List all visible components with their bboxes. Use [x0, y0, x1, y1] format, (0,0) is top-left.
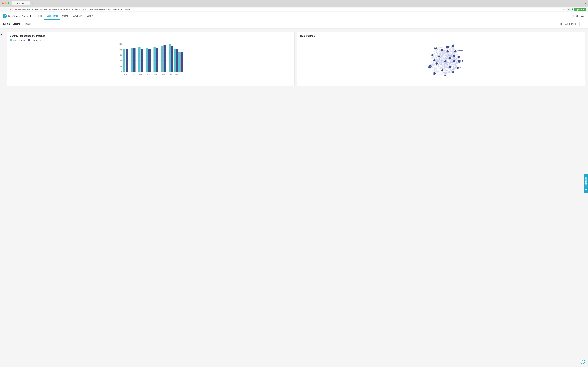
svg-point-310: [457, 67, 459, 69]
browser-titlebar: ⬡ NBA Stats ✕ + ∨: [0, 0, 588, 7]
maximize-dot[interactable]: [8, 2, 9, 4]
tabs-chevron-icon[interactable]: ∨: [585, 2, 586, 4]
svg-text:2014: 2014: [146, 74, 150, 75]
browser-chrome: ⬡ NBA Stats ✕ + ∨ ‹ › ↺ 🔖 ea4875dd.us2a.…: [0, 0, 588, 367]
more-options-button[interactable]: ···: [579, 22, 585, 26]
close-dot[interactable]: [2, 2, 4, 4]
svg-text:Nuggets: Nuggets: [431, 72, 437, 74]
sql-lab-label: SQL Lab: [73, 15, 81, 17]
settings-button[interactable]: Settings ▾: [576, 15, 586, 17]
dashboard-content: ◀ Monthly Highest Scoring Matches ⋮ MAX(…: [0, 28, 588, 367]
bar-away-mar: [161, 46, 163, 72]
address-text: ea4875dd.us2a.app.preset.io/superset/das…: [18, 8, 560, 10]
network-chart-card: Team Pairings ⋮: [297, 32, 585, 86]
bar-home-2014: [148, 49, 151, 72]
refresh-button[interactable]: ↺: [8, 8, 11, 11]
legend-home: MAX(PTS_home): [28, 39, 44, 41]
network-svg: Jazz Trail Blazers Thunder Rockets: [300, 39, 582, 83]
forward-button[interactable]: ›: [5, 8, 7, 11]
svg-text:Knicks: Knicks: [448, 49, 453, 51]
legend-home-label: MAX(PTS_home): [30, 39, 44, 41]
add-button[interactable]: + ▾: [571, 15, 575, 17]
bar-away-2014: [146, 48, 148, 72]
browser-actions: 🧩 👤 Update ▼: [568, 8, 586, 11]
nav-charts[interactable]: Charts: [60, 12, 70, 20]
header-right: + ▾ Settings ▾: [571, 15, 586, 17]
warning-icon: ⚠: [563, 8, 565, 10]
bar-away-dec: [138, 47, 141, 72]
draft-badge: Draft: [25, 23, 31, 25]
bar-home-jun: [181, 52, 183, 72]
extensions-icon[interactable]: 🧩: [568, 8, 570, 10]
documentation-tab[interactable]: Documentation: [584, 174, 588, 193]
active-tab[interactable]: ⬡ NBA Stats ✕: [12, 1, 30, 5]
svg-text:Nov: Nov: [132, 74, 135, 75]
svg-text:Suns: Suns: [443, 48, 446, 50]
bar-away-feb: [153, 47, 156, 72]
svg-text:60: 60: [120, 60, 122, 62]
bar-home-oct: [126, 49, 128, 72]
network-chart-more-button[interactable]: ⋮: [580, 34, 582, 37]
svg-text:Bucks: Bucks: [459, 66, 463, 68]
bar-chart-header: Monthly Highest Scoring Matches ⋮: [10, 34, 292, 37]
back-button[interactable]: ‹: [2, 8, 4, 11]
svg-text:0: 0: [121, 71, 122, 73]
svg-text:Grizzlies: Grizzlies: [447, 65, 453, 67]
svg-text:May: May: [175, 74, 178, 75]
title-actions: EDIT DASHBOARD ···: [557, 22, 585, 26]
svg-text:120: 120: [119, 49, 122, 50]
app-header: P Srini Teaches Superset Home Dashboards…: [0, 12, 588, 20]
bar-home-mar: [164, 45, 166, 72]
svg-text:90: 90: [120, 54, 122, 56]
dashboard-titlebar: NBA Stats ☆ Draft EDIT DASHBOARD ···: [0, 20, 588, 28]
svg-text:Cavaliers: Cavaliers: [443, 59, 450, 61]
bar-chart-more-button[interactable]: ⋮: [290, 34, 292, 37]
tab-title: NBA Stats: [17, 2, 25, 4]
nav-sql-lab[interactable]: SQL Lab ▾: [70, 12, 85, 20]
update-chevron-icon: ▼: [583, 8, 585, 10]
sql-lab-chevron-icon: ▾: [81, 15, 82, 17]
legend-home-color: [28, 39, 30, 41]
svg-text:Hornets: Hornets: [431, 58, 436, 60]
network-nodes: Jazz Trail Blazers Thunder Rockets: [426, 44, 467, 76]
svg-text:Oct: Oct: [124, 74, 127, 75]
address-bar[interactable]: 🔖 ea4875dd.us2a.app.preset.io/superset/d…: [13, 8, 567, 11]
shield-icon: 🛡: [560, 8, 562, 10]
profile-icon[interactable]: 👤: [571, 8, 573, 10]
tab-close-icon[interactable]: ✕: [27, 2, 28, 4]
nav-data[interactable]: Data ▾: [85, 12, 95, 20]
svg-text:Jun: Jun: [180, 74, 183, 75]
network-chart-title: Team Pairings: [300, 35, 315, 37]
data-chevron-icon: ▾: [92, 15, 93, 17]
network-chart-header: Team Pairings ⋮: [300, 34, 582, 37]
minimize-dot[interactable]: [5, 2, 7, 4]
window-controls: [2, 2, 9, 4]
svg-text:Rockets: Rockets: [432, 46, 438, 48]
nav-dashboards[interactable]: Dashboards: [44, 12, 60, 20]
svg-text:150: 150: [119, 43, 122, 45]
bar-chart-svg: 0 30 60 90 120 150: [10, 42, 292, 77]
svg-text:Feb: Feb: [154, 74, 157, 75]
help-button[interactable]: ?: [580, 359, 585, 364]
new-tab-button[interactable]: +: [31, 1, 34, 5]
svg-text:Magic: Magic: [429, 53, 433, 55]
svg-text:76ers: 76ers: [459, 55, 463, 57]
network-chart-container: Jazz Trail Blazers Thunder Rockets: [300, 39, 582, 83]
browser-tabs: ⬡ NBA Stats ✕ +: [12, 1, 583, 5]
svg-text:Lakers: Lakers: [450, 70, 455, 72]
svg-text:Hawks: Hawks: [435, 54, 441, 56]
star-icon[interactable]: ☆: [21, 23, 23, 25]
data-label: Data: [87, 15, 91, 17]
edit-dashboard-button[interactable]: EDIT DASHBOARD: [557, 22, 578, 26]
add-chevron-icon: ▾: [573, 15, 574, 17]
svg-line-176: [430, 55, 432, 67]
bookmark-icon: 🔖: [15, 8, 17, 10]
bar-home-nov: [133, 48, 136, 72]
update-button[interactable]: Update ▼: [574, 8, 586, 11]
svg-text:Celtics: Celtics: [455, 54, 460, 56]
filter-toggle-button[interactable]: ◀: [0, 32, 3, 37]
svg-text:Clippers: Clippers: [460, 60, 467, 62]
bar-home-feb: [156, 48, 158, 72]
svg-text:Jazz: Jazz: [454, 44, 458, 46]
nav-home[interactable]: Home: [35, 12, 45, 20]
